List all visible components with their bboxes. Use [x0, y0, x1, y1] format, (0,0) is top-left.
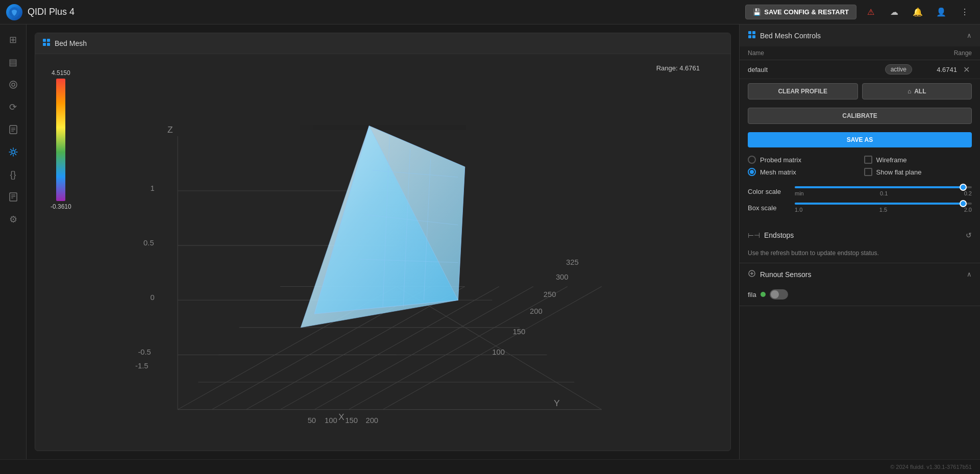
- profile-table-header: Name Range: [740, 46, 980, 60]
- alert-button[interactable]: ⚠: [862, 3, 880, 21]
- svg-text:150: 150: [513, 328, 526, 336]
- svg-text:200: 200: [530, 307, 543, 315]
- runout-sensors-section: Runout Sensors ∧ fila: [740, 263, 980, 306]
- svg-text:200: 200: [366, 416, 379, 425]
- toggle-knob: [771, 290, 779, 298]
- color-scale-thumb[interactable]: [960, 184, 967, 191]
- save-icon: 💾: [753, 8, 761, 16]
- sidebar-item-tune[interactable]: [3, 74, 23, 95]
- sidebar-item-console[interactable]: ▤: [3, 52, 23, 72]
- endstops-section: ⊢⊣ Endstops ↺ Use the refresh button to …: [740, 225, 980, 263]
- svg-text:325: 325: [566, 258, 579, 266]
- controls-header: Bed Mesh Controls ∧: [740, 24, 980, 46]
- svg-rect-15: [47, 43, 50, 46]
- sidebar-item-settings[interactable]: ⚙: [3, 209, 23, 230]
- flat-plane-checkbox[interactable]: [864, 168, 872, 176]
- sidebar-item-dashboard[interactable]: ⊞: [3, 30, 23, 50]
- wireframe-checkbox[interactable]: [864, 156, 872, 164]
- bell-button[interactable]: 🔔: [909, 3, 927, 21]
- save-as-button[interactable]: SAVE AS: [748, 132, 972, 147]
- box-scale-fill: [795, 203, 963, 205]
- svg-rect-14: [43, 43, 46, 46]
- bed-mesh-body: 4.5150 -0.3610 Range: 4.6761: [35, 54, 730, 451]
- endstops-description: Use the refresh button to update endstop…: [748, 250, 879, 257]
- endstops-body: Use the refresh button to update endstop…: [740, 245, 980, 263]
- runout-body: fila: [740, 285, 980, 306]
- color-scale-track[interactable]: [795, 186, 972, 188]
- probed-matrix-option[interactable]: Probed matrix: [748, 156, 856, 164]
- sidebar-item-code[interactable]: {}: [3, 164, 23, 185]
- svg-text:Z: Z: [167, 124, 173, 135]
- svg-text:250: 250: [544, 290, 556, 298]
- wireframe-option[interactable]: Wireframe: [864, 156, 972, 164]
- main-layout: ⊞ ▤ ⟳ {}: [0, 24, 980, 459]
- flat-plane-option[interactable]: Show flat plane: [864, 168, 972, 176]
- svg-text:0.5: 0.5: [143, 239, 154, 247]
- svg-text:300: 300: [556, 273, 569, 281]
- profile-range: 4.6741: [916, 66, 957, 73]
- button-row-calibrate: CALIBRATE: [740, 104, 980, 128]
- color-scale-fill: [795, 186, 963, 188]
- sensor-name: fila: [748, 291, 756, 298]
- topbar-actions: 💾 SAVE CONFIG & RESTART ⚠ ☁ 🔔 👤 ⋮: [745, 3, 974, 21]
- color-scale-tick-min: min: [795, 190, 804, 196]
- bed-mesh-panel: Bed Mesh 4.5150 -0.3610 Range: 4.6761: [35, 33, 731, 451]
- calibrate-button[interactable]: CALIBRATE: [748, 108, 972, 124]
- wireframe-label: Wireframe: [876, 156, 907, 164]
- mesh-matrix-label: Mesh matrix: [760, 168, 796, 176]
- color-scale-slider-container: min 0.1 0.2: [795, 186, 972, 196]
- box-scale-track[interactable]: [795, 203, 972, 205]
- controls-title: Bed Mesh Controls: [760, 32, 963, 40]
- mesh-matrix-option[interactable]: Mesh matrix: [748, 168, 856, 176]
- center-content: Bed Mesh 4.5150 -0.3610 Range: 4.6761: [27, 24, 739, 459]
- bed-mesh-viz: 4.5150 -0.3610 Range: 4.6761: [35, 54, 730, 451]
- probed-matrix-label: Probed matrix: [760, 156, 801, 164]
- mesh-matrix-radio[interactable]: [748, 168, 756, 176]
- sensor-toggle[interactable]: [770, 289, 788, 300]
- user-button[interactable]: 👤: [932, 3, 950, 21]
- color-scale-ticks: min 0.1 0.2: [795, 190, 972, 196]
- box-scale-tick-min: 1.0: [795, 207, 802, 213]
- svg-point-7: [12, 151, 15, 154]
- cloud-button[interactable]: ☁: [885, 3, 903, 21]
- svg-rect-8: [10, 193, 17, 201]
- all-button[interactable]: ⌂ ALL: [862, 83, 972, 99]
- svg-text:Y: Y: [554, 398, 560, 408]
- color-scale-slider-label: Color scale: [748, 188, 789, 195]
- runout-expand-icon[interactable]: ∧: [967, 270, 972, 278]
- more-button[interactable]: ⋮: [955, 3, 974, 21]
- button-row-1: CLEAR PROFILE ⌂ ALL: [740, 79, 980, 104]
- svg-text:150: 150: [345, 416, 358, 425]
- svg-text:0: 0: [151, 293, 155, 302]
- col-range-header: Range: [921, 49, 972, 57]
- controls-icon: [748, 31, 756, 40]
- svg-point-1: [10, 81, 17, 88]
- endstops-title: Endstops: [764, 231, 962, 239]
- sidebar-item-history[interactable]: ⟳: [3, 97, 23, 117]
- mesh-matrix-radio-fill: [750, 170, 754, 174]
- endstops-header[interactable]: ⊢⊣ Endstops ↺: [740, 225, 980, 245]
- sidebar: ⊞ ▤ ⟳ {}: [0, 24, 27, 459]
- probed-matrix-radio[interactable]: [748, 156, 756, 164]
- runout-icon: [748, 269, 756, 279]
- profile-close-btn[interactable]: ✕: [961, 65, 972, 74]
- svg-rect-13: [47, 39, 50, 42]
- sidebar-item-files[interactable]: [3, 187, 23, 207]
- clear-profile-button[interactable]: CLEAR PROFILE: [748, 83, 858, 99]
- svg-rect-67: [748, 35, 751, 38]
- mesh-visualization: X Y Z 50 100 150 200 100 150 200 250 300: [35, 54, 730, 451]
- box-scale-thumb[interactable]: [960, 200, 967, 207]
- svg-text:-1.5: -1.5: [135, 362, 148, 370]
- runout-title: Runout Sensors: [760, 270, 963, 279]
- endstops-refresh-button[interactable]: ↺: [966, 231, 972, 239]
- right-panel: Bed Mesh Controls ∧ Name Range default a…: [739, 24, 980, 459]
- svg-point-2: [12, 83, 15, 86]
- svg-text:1: 1: [151, 184, 155, 192]
- sidebar-item-docs[interactable]: [3, 119, 23, 140]
- sidebar-item-calibrate[interactable]: [3, 142, 23, 162]
- box-scale-tick-max: 2.0: [964, 207, 972, 213]
- app-title: QIDI Plus 4: [28, 7, 745, 17]
- save-config-button[interactable]: 💾 SAVE CONFIG & RESTART: [745, 5, 856, 19]
- home-icon: ⌂: [908, 88, 911, 95]
- controls-expand-icon[interactable]: ∧: [967, 32, 972, 39]
